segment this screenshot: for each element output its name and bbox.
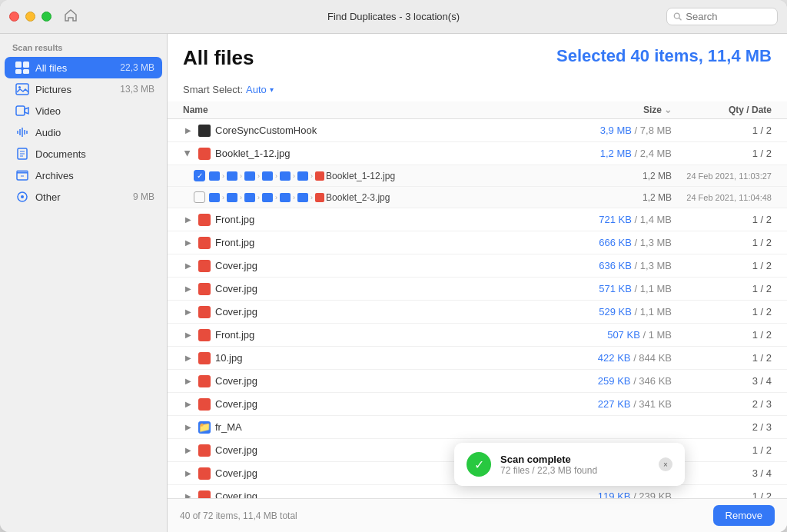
toast-close-button[interactable]: × xyxy=(659,457,672,471)
table-row[interactable]: ▶Cover.jpg 119 KB / 239 KB 1 / 2 xyxy=(168,485,787,498)
sidebar-item-label-other: Other xyxy=(35,191,127,203)
table-row[interactable]: ▶Cover.jpg 636 KB / 1,3 MB 1 / 2 xyxy=(168,254,787,278)
sidebar-item-audio[interactable]: Audio xyxy=(5,121,162,143)
expand-arrow[interactable]: ▶ xyxy=(183,125,194,136)
path-folder-icon xyxy=(227,171,237,181)
sidebar-item-video[interactable]: Video xyxy=(5,100,162,121)
table-row[interactable]: ▶10.jpg 422 KB / 844 KB 1 / 2 xyxy=(168,347,787,370)
file-icon-red xyxy=(198,329,211,341)
sidebar-item-label-pictures: Pictures xyxy=(35,84,114,95)
table-row[interactable]: ▶Front.jpg 507 KB / 1 MB 1 / 2 xyxy=(168,324,787,347)
expand-arrow[interactable]: ▶ xyxy=(183,261,194,271)
sort-icon: ⌄ xyxy=(664,105,672,115)
expand-arrow[interactable]: ▶ xyxy=(183,468,194,479)
other-icon xyxy=(15,190,29,204)
search-input[interactable] xyxy=(686,11,771,22)
sidebar-item-size-other: 9 MB xyxy=(133,191,154,202)
path-folder-icon xyxy=(262,171,273,181)
expand-arrow[interactable]: ▶ xyxy=(183,399,194,410)
path-file-icon xyxy=(315,193,324,202)
expand-arrow[interactable]: ▶ xyxy=(183,148,194,159)
expand-arrow[interactable]: ▶ xyxy=(183,376,194,387)
checkbox-checked[interactable] xyxy=(194,170,205,181)
sub-row-name: › › › › › › xyxy=(194,170,533,181)
table-row[interactable]: ▶Cover.jpg 571 KB / 1,1 MB 1 / 2 xyxy=(168,278,787,301)
path-filename: Booklet_1-12.jpg xyxy=(326,171,395,181)
table-row[interactable]: ▶Front.jpg 721 KB / 1,4 MB 1 / 2 xyxy=(168,208,787,231)
home-icon[interactable] xyxy=(64,8,78,25)
file-icon-red xyxy=(198,283,211,295)
table-row[interactable]: ▶Front.jpg 666 KB / 1,3 MB 1 / 2 xyxy=(168,231,787,254)
smart-select: Smart Select: Auto ▾ xyxy=(168,78,787,101)
svg-point-7 xyxy=(18,86,21,88)
smart-select-value[interactable]: Auto xyxy=(246,84,267,95)
toast-subtitle: 72 files / 22,3 MB found xyxy=(500,465,649,476)
path-crumbs: › › › › › › xyxy=(209,192,390,203)
path-folder-covers xyxy=(297,171,308,181)
remove-button[interactable]: Remove xyxy=(713,505,775,526)
content-header: All files Selected 40 items, 11,4 MB xyxy=(168,34,787,76)
table-row[interactable]: ▶Cover.jpg 227 KB / 341 KB 2 / 3 xyxy=(168,393,787,416)
path-crumbs: › › › › › › xyxy=(209,171,395,181)
expand-arrow[interactable]: ▶ xyxy=(183,330,194,341)
minimize-button[interactable] xyxy=(25,12,35,22)
audio-icon xyxy=(15,125,29,139)
toast-success-icon: ✓ xyxy=(467,452,491,477)
file-icon-red xyxy=(198,148,211,160)
expand-arrow[interactable]: ▶ xyxy=(183,238,194,248)
path-folder-icon xyxy=(209,171,220,181)
sub-size: 1,2 MB xyxy=(533,171,672,181)
row-name: ▶ Booklet_1-12.jpg xyxy=(183,148,533,160)
svg-rect-8 xyxy=(16,106,25,115)
expand-arrow[interactable]: ▶ xyxy=(183,491,194,499)
table-container[interactable]: Name Size ⌄ Qty / Date ▶ xyxy=(168,101,787,498)
svg-point-17 xyxy=(21,195,24,198)
file-icon-folder: 📁 xyxy=(198,421,211,434)
sidebar-item-pictures[interactable]: Pictures 13,3 MB xyxy=(5,78,162,100)
expand-arrow[interactable]: ▶ xyxy=(183,284,194,294)
sidebar-item-documents[interactable]: Documents xyxy=(5,143,162,165)
path-file-icon xyxy=(315,171,324,181)
table-row[interactable]: ▶Cover.jpg 259 KB / 346 KB 3 / 4 xyxy=(168,370,787,393)
content-title: All files xyxy=(183,46,254,70)
all-files-icon xyxy=(15,61,29,75)
path-folder-icon xyxy=(280,193,291,202)
search-bar[interactable] xyxy=(666,8,778,25)
svg-point-0 xyxy=(674,13,679,18)
close-button[interactable] xyxy=(9,12,19,22)
documents-icon xyxy=(15,147,29,161)
expand-arrow[interactable]: ▶ xyxy=(183,445,194,456)
file-icon-red xyxy=(198,444,211,457)
selected-info: Selected 40 items, 11,4 MB xyxy=(556,46,772,66)
smart-select-chevron-icon[interactable]: ▾ xyxy=(270,85,274,94)
row-name: ▶ CoreSyncCustomHook xyxy=(183,125,533,137)
expand-arrow[interactable]: ▶ xyxy=(183,422,194,433)
pictures-icon xyxy=(15,82,29,96)
table-row[interactable]: ▶ CoreSyncCustomHook 3,9 MB / 7,8 MB 1 /… xyxy=(168,119,787,142)
row-size: 1,2 MB / 2,4 MB xyxy=(533,148,672,159)
file-icon-red xyxy=(198,375,211,387)
table-row[interactable]: ▶Cover.jpg 529 KB / 1,1 MB 1 / 2 xyxy=(168,301,787,324)
row-size: 3,9 MB / 7,8 MB xyxy=(533,125,672,136)
sidebar-item-archives[interactable]: Archives xyxy=(5,165,162,186)
expand-arrow[interactable]: ▶ xyxy=(183,214,194,225)
sidebar-section-label: Scan results xyxy=(0,43,167,57)
sub-date: 24 Feb 2021, 11:04:48 xyxy=(672,193,772,202)
expand-arrow[interactable]: ▶ xyxy=(183,307,194,318)
col-header-size[interactable]: Size ⌄ xyxy=(533,105,672,115)
expand-arrow[interactable]: ▶ xyxy=(183,353,194,364)
sidebar-item-other[interactable]: Other 9 MB xyxy=(5,186,162,208)
checkbox-unchecked[interactable] xyxy=(194,191,205,203)
col-header-name: Name xyxy=(183,105,533,115)
maximize-button[interactable] xyxy=(42,12,51,22)
sidebar-item-all-files[interactable]: All files 22,3 MB xyxy=(5,57,162,78)
sub-row: › › › › › › xyxy=(168,165,787,187)
file-icon-red xyxy=(198,352,211,364)
sidebar: Scan results All files 22,3 MB xyxy=(0,34,168,532)
svg-rect-5 xyxy=(23,69,29,74)
path-folder-covers xyxy=(297,193,308,202)
footer: 40 of 72 items, 11,4 MB total Remove xyxy=(168,498,787,532)
table-row[interactable]: ▶📁fr_MA 2 / 3 xyxy=(168,416,787,439)
app-window: Find Duplicates - 3 location(s) Scan res… xyxy=(0,0,787,532)
table-row[interactable]: ▶ Booklet_1-12.jpg 1,2 MB / 2,4 MB 1 / 2 xyxy=(168,142,787,165)
